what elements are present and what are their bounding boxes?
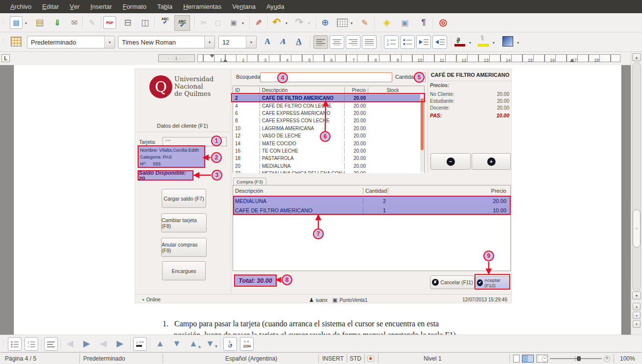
zoom-out-icon[interactable]: − [542, 356, 548, 362]
menu-ayuda[interactable]: Ayuda [261, 0, 290, 13]
align-justify-icon[interactable] [362, 35, 377, 49]
undo-icon[interactable]: ↶ [269, 15, 284, 29]
previous-page-button[interactable]: ▲ [633, 303, 641, 310]
align-left-icon[interactable] [313, 35, 328, 49]
help-lifebuoy-icon[interactable]: ◎ [436, 15, 451, 29]
navigation-button[interactable]: ● [633, 312, 641, 319]
font-name-dropdown-icon[interactable]: ▾ [204, 36, 214, 48]
undo-dropdown-icon[interactable]: ▾ [284, 21, 289, 25]
print-icon[interactable]: ⊟ [120, 16, 135, 29]
continue-numbering-icon[interactable]: 1. II. 1234 [240, 337, 254, 351]
auto-spellcheck-icon[interactable]: ABC ✔ [174, 15, 190, 31]
bullet-list-icon[interactable] [400, 35, 415, 49]
menu-herramientas[interactable]: Herramientas [178, 0, 227, 13]
decrease-indent-icon[interactable] [416, 35, 431, 49]
menu-archivo[interactable]: Archivo [5, 0, 37, 13]
toolbar-grip[interactable]: ⋮ [0, 18, 4, 24]
document-modified-icon[interactable]: ✱ [367, 353, 374, 364]
spellcheck-icon[interactable]: ABC ✔ [158, 17, 172, 24]
zoom-slider[interactable]: − + [542, 353, 610, 364]
font-color-dropdown-icon[interactable]: ▾ [468, 41, 473, 45]
tab-stop-selector[interactable]: L [1, 54, 10, 62]
paragraph-style-combo[interactable]: Predeterminado ▾ [27, 36, 115, 48]
bullet-list-toggle-icon[interactable] [8, 337, 22, 351]
formatting-marks-icon[interactable]: ¶ [416, 16, 431, 29]
gallery-icon[interactable]: ▣ [398, 16, 412, 29]
statusbar-page-style[interactable]: Predeterminado [83, 353, 125, 364]
toolbar-grip[interactable]: ⋮ [0, 38, 4, 44]
document-line2-clipped[interactable]: posición, luego de pasar la tarjeta el c… [174, 331, 517, 335]
menu-ver[interactable]: Ver [64, 0, 85, 13]
zoom-in-icon[interactable]: + [604, 356, 610, 362]
align-center-icon[interactable] [330, 35, 344, 49]
new-document-icon[interactable]: ▤ [10, 16, 23, 29]
pos-app-screenshot-image[interactable]: Q Universidad Nacional de Quilmes Datos … [135, 68, 512, 303]
highlight-color-icon[interactable]: ✎ [478, 36, 489, 47]
paragraph-style-dropdown-icon[interactable]: ▾ [104, 36, 115, 48]
numbered-list-icon[interactable]: 12 [384, 35, 399, 49]
paste-icon[interactable]: ▣ [226, 16, 241, 29]
draw-functions-icon[interactable]: ✎ [357, 16, 372, 29]
menu-ventana[interactable]: Ventana [227, 0, 261, 13]
format-paintbrush-icon[interactable]: ✎ [252, 15, 265, 30]
font-color-icon[interactable]: a ● [454, 36, 465, 47]
background-color-icon[interactable] [502, 36, 513, 46]
horizontal-ruler[interactable]: 123456789101112131415161718 [197, 54, 620, 62]
multi-page-view-icon[interactable] [522, 355, 534, 363]
save-icon[interactable]: ⇓ [50, 16, 65, 29]
next-page-button[interactable]: ▼ [633, 320, 641, 328]
print-preview-icon[interactable]: ◫ [138, 16, 152, 29]
scroll-down-button[interactable]: ▼ [632, 292, 641, 299]
left-indent-marker[interactable] [223, 59, 228, 62]
demote-with-subpoints-icon[interactable]: ▶ [113, 337, 127, 350]
highlight-dropdown-icon[interactable]: ▾ [491, 41, 496, 45]
menu-tabla[interactable]: Tabla [152, 0, 178, 13]
statusbar-zoom-level[interactable]: 100% [620, 353, 635, 364]
open-icon[interactable]: ▤ [32, 16, 47, 29]
zoom-slider-track[interactable] [550, 358, 602, 359]
background-color-dropdown-icon[interactable]: ▾ [516, 41, 521, 45]
scroll-up-button[interactable]: ▲ [632, 53, 641, 61]
demote-level-icon[interactable]: ▶ [79, 337, 94, 350]
right-indent-marker[interactable] [570, 59, 574, 62]
font-size-combo[interactable]: 12 ▾ [218, 36, 257, 48]
statusbar-outline-level[interactable]: Nivel 1 [424, 353, 442, 364]
insert-table-dropdown-icon[interactable]: ▾ [349, 21, 354, 25]
no-list-icon[interactable] [44, 337, 58, 351]
move-down-icon[interactable]: ▼ [169, 337, 184, 350]
scrollbar-track[interactable] [632, 62, 641, 291]
menu-editar[interactable]: Editar [37, 0, 64, 13]
insert-unnumbered-entry-icon[interactable]: 1 [133, 337, 147, 351]
bold-icon[interactable]: A [261, 36, 274, 47]
paste-dropdown-icon[interactable]: ▾ [240, 21, 245, 25]
numbered-list-toggle-icon[interactable]: 12 [24, 337, 38, 351]
scrollbar-thumb[interactable]: ≡ [633, 209, 641, 248]
single-page-view-icon[interactable] [513, 355, 520, 363]
restart-numbering-icon[interactable]: 1. ↺ [223, 337, 237, 351]
zoom-slider-thumb[interactable] [577, 356, 581, 361]
styles-and-formatting-icon[interactable] [11, 37, 22, 46]
first-line-indent-marker[interactable] [210, 54, 214, 58]
align-right-icon[interactable] [346, 35, 360, 49]
insert-table-icon[interactable] [337, 19, 348, 27]
statusbar-insert-mode[interactable]: INSERT [322, 353, 344, 364]
move-up-icon[interactable]: ▲ [153, 337, 167, 350]
statusbar-language[interactable]: Español (Argentina) [225, 353, 277, 364]
underline-icon[interactable]: A [292, 36, 305, 47]
ruler-margin-segment[interactable]: · · 1 · · [158, 54, 195, 62]
statusbar-page-number[interactable]: Página 4 / 5 [5, 353, 36, 364]
italic-icon[interactable]: A [275, 36, 291, 47]
toolbar-grip[interactable]: ⋮ [0, 340, 4, 346]
new-document-dropdown-icon[interactable]: ▾ [24, 21, 28, 25]
menu-formato[interactable]: Formato [118, 0, 152, 13]
navigator-icon[interactable]: ◈ [380, 15, 394, 29]
font-size-dropdown-icon[interactable]: ▾ [246, 36, 256, 48]
hyperlink-globe-icon[interactable]: ⊕ [318, 16, 333, 29]
statusbar-selection-mode[interactable]: STD [350, 353, 361, 364]
font-name-combo[interactable]: Times New Roman ▾ [118, 36, 215, 48]
document-view-area[interactable]: Q Universidad Nacional de Quilmes Datos … [0, 65, 631, 335]
document-paragraph[interactable]: 1. Campo para pasar la tarjeta (cuando a… [163, 319, 505, 328]
increase-indent-icon[interactable] [432, 35, 447, 49]
export-pdf-icon[interactable]: PDF [103, 16, 116, 29]
email-icon[interactable]: ✉ [67, 16, 82, 29]
